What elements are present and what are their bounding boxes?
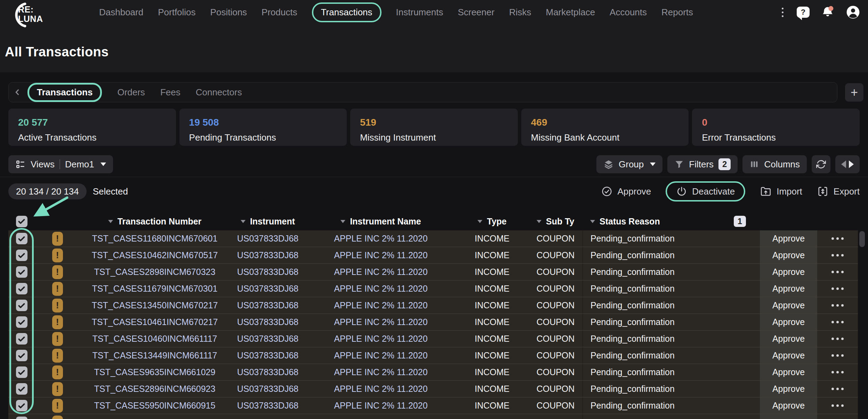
transaction-number-link[interactable]	[80, 414, 230, 419]
transaction-number-link[interactable]: TST_CASES11680INCM670601	[80, 230, 230, 247]
column-header-status-reason[interactable]: Status Reason 1	[582, 212, 760, 230]
row-checkbox[interactable]	[16, 350, 27, 361]
row-approve-button[interactable]: Approve	[760, 230, 817, 247]
brand-logo[interactable]: RE: LUNA	[6, 1, 47, 28]
row-approve-button[interactable]	[760, 414, 817, 419]
row-checkbox[interactable]	[16, 283, 27, 294]
filters-button[interactable]: Filters 2	[667, 155, 738, 173]
row-approve-button[interactable]: Approve	[760, 397, 817, 414]
nav-item[interactable]: Instruments	[396, 7, 443, 18]
top-nav: RE: LUNA DashboardPortfoliosPositionsPro…	[0, 0, 868, 24]
help-icon[interactable]: ?	[797, 7, 810, 18]
chevron-down-icon	[477, 220, 482, 223]
notifications-bell-icon[interactable]	[821, 5, 835, 19]
transaction-number-link[interactable]: TST_CASES10462INCM670517	[80, 247, 230, 263]
row-menu-button[interactable]	[817, 230, 858, 247]
row-menu-button[interactable]	[817, 414, 858, 419]
row-menu-button[interactable]	[817, 347, 858, 364]
row-checkbox[interactable]	[16, 417, 27, 419]
transaction-number-link[interactable]: TST_CASES13449INCM661117	[80, 347, 230, 364]
row-checkbox[interactable]	[16, 233, 27, 244]
stat-card[interactable]: 0 Error Transactions	[692, 109, 860, 146]
stat-card[interactable]: 469 Missing Bank Account	[521, 109, 689, 146]
row-approve-button[interactable]: Approve	[760, 247, 817, 263]
add-view-button[interactable]: +	[845, 83, 863, 102]
row-checkbox[interactable]	[16, 250, 27, 261]
column-header-sub-type[interactable]: Sub Type	[529, 212, 582, 230]
import-button[interactable]: Import	[760, 185, 802, 197]
transaction-number-link[interactable]: TST_CASES10461INCM670217	[80, 314, 230, 330]
row-checkbox[interactable]	[16, 383, 27, 395]
row-approve-button[interactable]: Approve	[760, 314, 817, 330]
row-approve-button[interactable]: Approve	[760, 381, 817, 397]
row-menu-button[interactable]	[817, 331, 858, 347]
tab[interactable]: Orders	[117, 87, 145, 98]
tab[interactable]: Transactions	[27, 83, 102, 102]
row-approve-button[interactable]: Approve	[760, 364, 817, 380]
row-approve-button[interactable]: Approve	[760, 280, 817, 297]
row-approve-button[interactable]: Approve	[760, 264, 817, 280]
stat-label: Active Transactions	[18, 132, 176, 143]
row-checkbox[interactable]	[16, 266, 27, 278]
transaction-number-link[interactable]: TST_CASES11679INCM670301	[80, 280, 230, 297]
stat-card[interactable]: 519 Missing Instrument	[350, 109, 518, 146]
row-approve-button[interactable]: Approve	[760, 331, 817, 347]
nav-item[interactable]: Dashboard	[99, 7, 143, 18]
type-cell: INCOME	[456, 264, 529, 280]
nav-item[interactable]: Reports	[661, 7, 693, 18]
approve-button[interactable]: Approve	[601, 186, 651, 197]
nav-item[interactable]: Marketplace	[546, 7, 595, 18]
row-menu-button[interactable]	[817, 247, 858, 263]
select-all-checkbox[interactable]	[16, 216, 27, 227]
user-avatar[interactable]	[846, 5, 860, 19]
column-pager-button[interactable]	[835, 155, 860, 173]
deactivate-button[interactable]: Deactivate	[666, 181, 745, 201]
export-button[interactable]: Export	[817, 185, 860, 197]
transaction-number-link[interactable]: TST_CASES13450INCM670217	[80, 297, 230, 314]
row-checkbox[interactable]	[16, 316, 27, 328]
tab[interactable]: Connectors	[196, 87, 242, 98]
transaction-number-link[interactable]: TST_CASES10460INCM661117	[80, 331, 230, 347]
stat-card[interactable]: 20 577 Active Transactions	[8, 109, 176, 146]
tab[interactable]: Fees	[160, 87, 180, 98]
nav-item[interactable]: Positions	[210, 7, 247, 18]
transaction-number-link[interactable]: TST_CASES2898INCM670323	[80, 264, 230, 280]
column-header-instrument[interactable]: Instrument	[230, 212, 306, 230]
row-menu-button[interactable]	[817, 264, 858, 280]
column-header-instrument-name[interactable]: Instrument Name	[306, 212, 456, 230]
refresh-button[interactable]	[812, 155, 830, 173]
row-menu-button[interactable]	[817, 314, 858, 330]
table-body: ! TST_CASES11680INCM670601 US037833DJ68 …	[8, 230, 858, 419]
transaction-number-link[interactable]: TST_CASES5950INCM660915	[80, 397, 230, 414]
sub-type-cell: COUPON	[529, 264, 582, 280]
group-button[interactable]: Group	[596, 155, 662, 173]
nav-item[interactable]: Portfolios	[158, 7, 195, 18]
nav-item[interactable]: Accounts	[610, 7, 647, 18]
views-selector[interactable]: Views Demo1	[8, 155, 113, 173]
nav-item[interactable]: Transactions	[312, 2, 381, 22]
row-checkbox[interactable]	[16, 366, 27, 378]
transaction-number-link[interactable]: TST_CASES9635INCM661029	[80, 364, 230, 380]
row-menu-button[interactable]	[817, 364, 858, 380]
nav-item[interactable]: Screener	[458, 7, 495, 18]
column-header-transaction-number[interactable]: Transaction Number	[80, 212, 230, 230]
row-menu-button[interactable]	[817, 280, 858, 297]
row-checkbox[interactable]	[16, 333, 27, 345]
row-menu-button[interactable]	[817, 381, 858, 397]
row-approve-button[interactable]: Approve	[760, 297, 817, 314]
row-approve-button[interactable]: Approve	[760, 347, 817, 364]
tabs-scroll-left-icon[interactable]	[13, 87, 23, 97]
row-checkbox[interactable]	[16, 400, 27, 411]
column-header-type[interactable]: Type	[456, 212, 529, 230]
row-menu-button[interactable]	[817, 397, 858, 414]
stat-card[interactable]: 19 508 Pending Transactions	[179, 109, 347, 146]
kebab-menu-icon[interactable]	[780, 6, 786, 19]
row-checkbox[interactable]	[16, 300, 27, 311]
vertical-scrollbar-thumb[interactable]	[859, 231, 865, 247]
row-menu-button[interactable]	[817, 297, 858, 314]
warning-icon: !	[52, 332, 63, 346]
transaction-number-link[interactable]: TST_CASES2896INCM660923	[80, 381, 230, 397]
nav-item[interactable]: Risks	[509, 7, 531, 18]
columns-button[interactable]: Columns	[742, 155, 807, 173]
nav-item[interactable]: Products	[262, 7, 297, 18]
